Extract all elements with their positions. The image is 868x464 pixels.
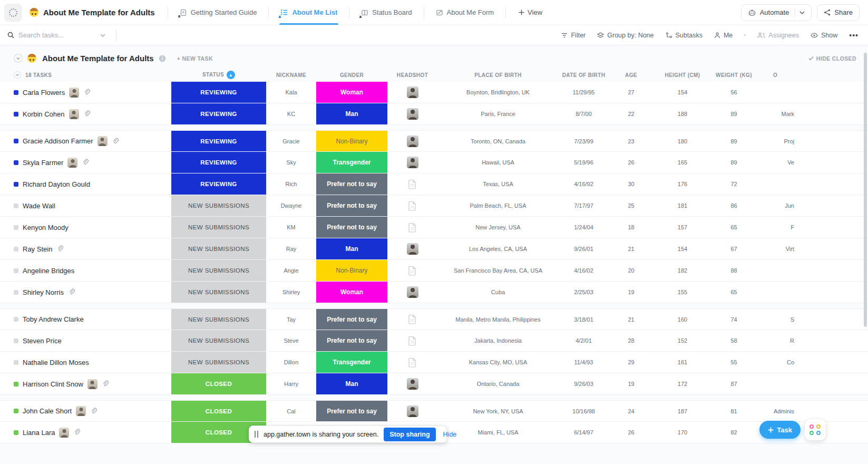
task-name[interactable]: Liana Lara xyxy=(23,429,55,437)
add-view-button[interactable]: View xyxy=(511,8,550,16)
sort-ascending-badge[interactable]: ▲ xyxy=(227,71,235,79)
gender-badge[interactable]: Prefer not to say xyxy=(316,401,387,421)
headshot-photo[interactable] xyxy=(407,136,418,147)
cell-weight[interactable]: 82 xyxy=(711,422,756,443)
chevron-down-icon[interactable] xyxy=(100,34,105,37)
cell-age[interactable]: 27 xyxy=(609,82,654,103)
cell-date-of-birth[interactable]: 9/26/01 xyxy=(559,238,609,259)
headshot-file-placeholder[interactable] xyxy=(408,201,417,211)
status-badge[interactable]: NEW SUBMISSIONS xyxy=(171,330,266,351)
vertical-scrollbar[interactable] xyxy=(864,53,867,327)
cell-weight[interactable]: 58 xyxy=(711,330,756,351)
cell-nickname[interactable]: Kala xyxy=(266,82,316,103)
cell-occupation[interactable]: Co xyxy=(756,352,841,373)
cell-place-of-birth[interactable]: Texas, USA xyxy=(437,173,559,195)
gender-badge[interactable]: Woman xyxy=(316,282,387,303)
cell-date-of-birth[interactable]: 5/19/96 xyxy=(559,152,609,173)
task-name[interactable]: Steven Price xyxy=(23,337,62,345)
task-name[interactable]: Wade Wall xyxy=(23,202,55,210)
me-filter-button[interactable]: Me xyxy=(714,32,733,39)
task-row[interactable]: Skyla FarmerREVIEWINGSkyTransgenderHawai… xyxy=(0,152,868,173)
task-row[interactable]: Steven PriceNEW SUBMISSIONSStevePrefer n… xyxy=(0,330,868,352)
task-row[interactable]: Angeline BridgesNEW SUBMISSIONSAngieNon-… xyxy=(0,260,868,282)
cell-place-of-birth[interactable]: Paris, France xyxy=(437,103,559,124)
status-badge[interactable]: REVIEWING xyxy=(171,103,266,124)
headshot-file-placeholder[interactable] xyxy=(408,266,417,276)
cell-height[interactable]: 172 xyxy=(654,373,711,394)
cell-place-of-birth[interactable]: New York, NY, USA xyxy=(437,401,559,421)
task-status-square-icon[interactable] xyxy=(14,112,18,117)
cell-age[interactable]: 25 xyxy=(609,195,654,216)
task-status-square-icon[interactable] xyxy=(14,160,18,165)
task-name[interactable]: Nathalie Dillon Moses xyxy=(23,359,89,366)
status-badge[interactable]: NEW SUBMISSIONS xyxy=(171,352,266,373)
collapse-section-icon[interactable] xyxy=(14,54,23,63)
column-header-place-of-birth[interactable]: PLACE OF BIRTH xyxy=(437,72,559,78)
cell-height[interactable]: 154 xyxy=(654,82,711,103)
paperclip-icon[interactable] xyxy=(90,408,97,415)
task-row[interactable]: Nathalie Dillon MosesNEW SUBMISSIONSDill… xyxy=(0,352,868,373)
tab-status-board[interactable]: Status Board xyxy=(355,1,418,25)
paperclip-icon[interactable] xyxy=(82,159,89,166)
headshot-photo[interactable] xyxy=(407,243,418,255)
status-badge[interactable]: NEW SUBMISSIONS xyxy=(171,260,266,281)
cell-age[interactable]: 22 xyxy=(609,103,654,124)
task-status-square-icon[interactable] xyxy=(14,360,18,365)
cell-date-of-birth[interactable]: 7/23/99 xyxy=(559,131,609,151)
task-status-square-icon[interactable] xyxy=(14,382,18,386)
gender-badge[interactable]: Man xyxy=(316,238,387,259)
cell-weight[interactable]: 89 xyxy=(711,152,756,173)
paperclip-icon[interactable] xyxy=(56,245,64,253)
cell-weight[interactable]: 56 xyxy=(711,82,756,103)
cell-place-of-birth[interactable]: Jakarta, Indonesia xyxy=(437,330,559,351)
cell-age[interactable]: 29 xyxy=(609,352,654,373)
cell-place-of-birth[interactable]: Hawaii, USA xyxy=(437,152,559,173)
headshot-photo[interactable] xyxy=(407,378,418,390)
status-badge[interactable]: REVIEWING xyxy=(171,173,266,195)
task-status-square-icon[interactable] xyxy=(14,204,18,208)
cell-occupation[interactable]: Proj xyxy=(756,131,841,151)
subtasks-button[interactable]: Subtasks xyxy=(666,32,703,39)
assignees-button[interactable]: Assignees xyxy=(757,32,799,39)
cell-occupation[interactable]: Jun xyxy=(756,195,841,216)
cell-occupation[interactable] xyxy=(756,373,841,394)
cell-place-of-birth[interactable]: Boynton, Bridlington, UK xyxy=(437,82,559,103)
cell-age[interactable]: 26 xyxy=(609,422,654,443)
task-status-square-icon[interactable] xyxy=(14,409,18,413)
column-header-date-of-birth[interactable]: DATE OF BIRTH xyxy=(559,72,609,78)
show-button[interactable]: Show xyxy=(811,32,837,39)
cell-date-of-birth[interactable]: 10/16/98 xyxy=(559,401,609,421)
cell-weight[interactable]: 87 xyxy=(711,373,756,394)
status-badge[interactable]: NEW SUBMISSIONS xyxy=(171,195,266,216)
column-header-gender[interactable]: GENDER xyxy=(316,72,387,78)
paperclip-icon[interactable] xyxy=(102,380,109,388)
task-status-square-icon[interactable] xyxy=(14,268,18,273)
cell-age[interactable]: 18 xyxy=(609,217,654,238)
cell-place-of-birth[interactable]: Los Angeles, CA, USA xyxy=(437,238,559,259)
status-badge[interactable]: NEW SUBMISSIONS xyxy=(171,217,266,238)
cell-height[interactable]: 160 xyxy=(654,309,711,330)
task-name[interactable]: Angeline Bridges xyxy=(23,267,74,275)
cell-date-of-birth[interactable]: 4/16/92 xyxy=(559,173,609,195)
gender-badge[interactable]: Man xyxy=(316,103,387,124)
cell-weight[interactable]: 88 xyxy=(711,260,756,281)
task-status-square-icon[interactable] xyxy=(14,290,18,295)
group-by-button[interactable]: Group by: None xyxy=(597,32,654,39)
cell-occupation[interactable]: R xyxy=(756,330,841,351)
gender-badge[interactable]: Non-Binary xyxy=(316,260,387,281)
status-badge[interactable]: NEW SUBMISSIONS xyxy=(171,309,266,330)
task-row[interactable]: Harrison Clint SnowCLOSEDHarryManOntario… xyxy=(0,373,868,395)
column-header-headshot[interactable]: HEADSHOT xyxy=(387,72,437,78)
gender-badge[interactable]: Man xyxy=(316,373,387,394)
cell-age[interactable]: 26 xyxy=(609,152,654,173)
headshot-photo[interactable] xyxy=(407,108,418,120)
gender-badge[interactable]: Woman xyxy=(316,82,387,103)
cell-occupation[interactable]: S xyxy=(756,309,841,330)
share-button[interactable]: Share xyxy=(817,4,860,21)
status-badge[interactable]: NEW SUBMISSIONS xyxy=(171,282,266,303)
cell-weight[interactable]: 89 xyxy=(711,131,756,151)
cell-height[interactable]: 152 xyxy=(654,330,711,351)
automate-dropdown[interactable] xyxy=(795,8,805,17)
task-name[interactable]: Skyla Farmer xyxy=(23,159,63,167)
column-header-occupation[interactable]: O xyxy=(756,72,841,78)
